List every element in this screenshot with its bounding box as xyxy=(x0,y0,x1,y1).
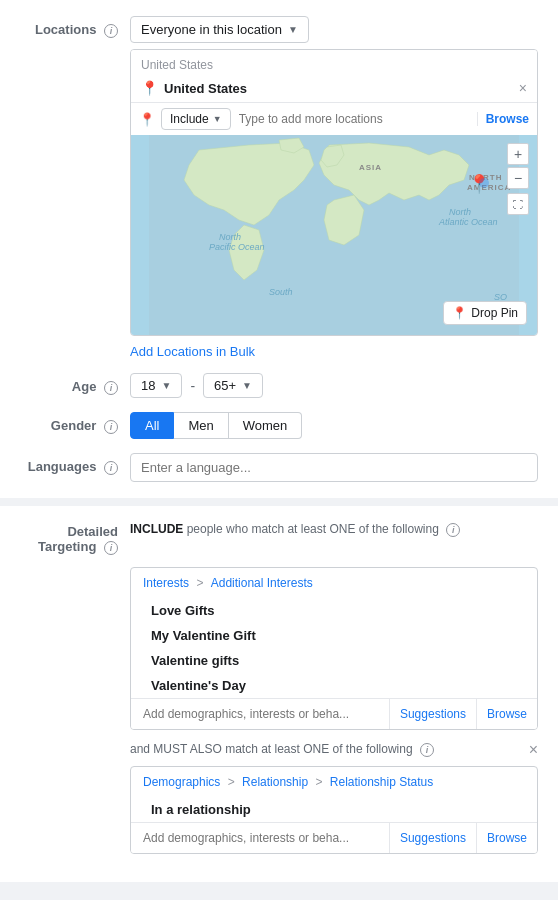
locations-info-icon[interactable]: i xyxy=(104,24,118,38)
location-tag: 📍 United States × xyxy=(131,76,537,102)
targeting-label: Detailed Targeting i xyxy=(20,522,130,555)
locations-row: Locations i Everyone in this location ▼ … xyxy=(20,16,538,359)
north-pacific-label: North xyxy=(219,232,241,242)
drop-pin-label: Drop Pin xyxy=(471,306,518,320)
gender-info-icon[interactable]: i xyxy=(104,420,118,434)
must-also-info-icon[interactable]: i xyxy=(420,743,434,757)
locations-content: Everyone in this location ▼ United State… xyxy=(130,16,538,359)
locations-label: Locations i xyxy=(20,16,130,38)
location-type-dropdown[interactable]: Everyone in this location ▼ xyxy=(130,16,309,43)
age-min-dropdown[interactable]: 18 ▼ xyxy=(130,373,182,398)
breadcrumb-sep-2: > xyxy=(228,775,238,789)
languages-label-col: Languages i xyxy=(20,453,130,475)
age-min-value: 18 xyxy=(141,378,155,393)
location-dropdown-arrow: ▼ xyxy=(288,24,298,35)
age-dash: - xyxy=(190,378,195,394)
age-row: Age i 18 ▼ - 65+ ▼ xyxy=(20,373,538,398)
gender-men-button[interactable]: Men xyxy=(174,412,228,439)
suggestions-button-1[interactable]: Suggestions xyxy=(389,699,476,729)
targeting-desc-info-icon[interactable]: i xyxy=(446,523,460,537)
targeting-breadcrumb-1: Interests > Additional Interests xyxy=(131,568,537,598)
breadcrumb-relationship-status-link[interactable]: Relationship Status xyxy=(330,775,433,789)
location-country-header: United States xyxy=(131,50,537,76)
targeting-box-2: Demographics > Relationship > Relationsh… xyxy=(130,766,538,854)
languages-label: Languages xyxy=(28,459,97,474)
map-fullscreen-button[interactable]: ⛶ xyxy=(507,193,529,215)
targeting-input-row-2: Suggestions Browse xyxy=(131,822,537,853)
languages-content xyxy=(130,453,538,482)
targeting-header: Detailed Targeting i INCLUDE people who … xyxy=(20,522,538,555)
age-label: Age xyxy=(72,379,97,394)
targeting-box-1: Interests > Additional Interests Love Gi… xyxy=(130,567,538,730)
age-max-dropdown[interactable]: 65+ ▼ xyxy=(203,373,263,398)
breadcrumb-sep-3: > xyxy=(315,775,325,789)
age-label-col: Age i xyxy=(20,373,130,395)
targeting-include-text: INCLUDE xyxy=(130,522,183,536)
languages-row: Languages i xyxy=(20,453,538,482)
map-zoom-out-button[interactable]: − xyxy=(507,167,529,189)
map-pin-circle xyxy=(479,178,489,188)
age-content: 18 ▼ - 65+ ▼ xyxy=(130,373,538,398)
locations-section: Locations i Everyone in this location ▼ … xyxy=(0,0,558,498)
breadcrumb-sep-1: > xyxy=(196,576,206,590)
location-remove-icon[interactable]: × xyxy=(519,80,527,96)
browse-button-2[interactable]: Browse xyxy=(476,823,537,853)
age-min-arrow: ▼ xyxy=(161,380,171,391)
targeting-item-love-gifts: Love Gifts xyxy=(131,598,537,623)
detailed-targeting-section: Detailed Targeting i INCLUDE people who … xyxy=(0,506,558,882)
breadcrumb-additional-interests-link[interactable]: Additional Interests xyxy=(211,576,313,590)
breadcrumb-relationship-link[interactable]: Relationship xyxy=(242,775,308,789)
targeting-search-input-1[interactable] xyxy=(131,699,389,729)
include-dropdown[interactable]: Include ▼ xyxy=(161,108,231,130)
location-tag-name: United States xyxy=(164,81,247,96)
north-atlantic-label: North xyxy=(449,207,471,217)
targeting-info-icon[interactable]: i xyxy=(104,541,118,555)
age-max-value: 65+ xyxy=(214,378,236,393)
locations-label-text: Locations xyxy=(35,22,96,37)
languages-input[interactable] xyxy=(130,453,538,482)
gender-content: All Men Women xyxy=(130,412,538,439)
location-box: United States 📍 United States × 📍 Includ… xyxy=(130,49,538,336)
must-also-text: and MUST ALSO match at least ONE of the … xyxy=(130,742,434,757)
targeting-rest-text: people who match at least ONE of the fol… xyxy=(183,522,438,536)
breadcrumb-interests-link[interactable]: Interests xyxy=(143,576,189,590)
targeting-boxes: Interests > Additional Interests Love Gi… xyxy=(130,567,538,854)
map-container: North Pacific Ocean North Atlantic Ocean… xyxy=(131,135,537,335)
targeting-item-valentines-day: Valentine's Day xyxy=(131,673,537,698)
gender-all-button[interactable]: All xyxy=(130,412,174,439)
gender-buttons: All Men Women xyxy=(130,412,538,439)
location-search-input[interactable] xyxy=(239,112,473,126)
targeting-item-my-valentine: My Valentine Gift xyxy=(131,623,537,648)
targeting-input-row-1: Suggestions Browse xyxy=(131,698,537,729)
location-input-pin-icon: 📍 xyxy=(139,112,155,127)
gender-label: Gender xyxy=(51,418,97,433)
include-label: Include xyxy=(170,112,209,126)
must-also-label: and MUST ALSO match at least ONE of the … xyxy=(130,742,413,756)
add-bulk-locations-link[interactable]: Add Locations in Bulk xyxy=(130,336,538,359)
asia-label: ASIA xyxy=(359,163,382,172)
targeting-breadcrumb-2: Demographics > Relationship > Relationsh… xyxy=(131,767,537,797)
age-controls: 18 ▼ - 65+ ▼ xyxy=(130,373,538,398)
must-also-remove-icon[interactable]: × xyxy=(529,742,538,758)
drop-pin-icon: 📍 xyxy=(452,306,467,320)
targeting-search-input-2[interactable] xyxy=(131,823,389,853)
languages-info-icon[interactable]: i xyxy=(104,461,118,475)
north-atlantic-label2: Atlantic Ocean xyxy=(438,217,498,227)
drop-pin-button[interactable]: 📍 Drop Pin xyxy=(443,301,527,325)
north-pacific-label2: Pacific Ocean xyxy=(209,242,265,252)
suggestions-button-2[interactable]: Suggestions xyxy=(389,823,476,853)
gender-women-button[interactable]: Women xyxy=(229,412,303,439)
location-header-text: United States xyxy=(141,58,213,72)
browse-button-1[interactable]: Browse xyxy=(476,699,537,729)
targeting-item-in-relationship: In a relationship xyxy=(131,797,537,822)
targeting-item-valentine-gifts: Valentine gifts xyxy=(131,648,537,673)
map-zoom-in-button[interactable]: + xyxy=(507,143,529,165)
gender-row: Gender i All Men Women xyxy=(20,412,538,439)
location-pin-icon: 📍 xyxy=(141,80,158,96)
include-arrow-icon: ▼ xyxy=(213,114,222,124)
age-max-arrow: ▼ xyxy=(242,380,252,391)
location-browse-button[interactable]: Browse xyxy=(477,112,529,126)
breadcrumb-demographics-link[interactable]: Demographics xyxy=(143,775,220,789)
targeting-description: INCLUDE people who match at least ONE of… xyxy=(130,522,538,537)
age-info-icon[interactable]: i xyxy=(104,381,118,395)
